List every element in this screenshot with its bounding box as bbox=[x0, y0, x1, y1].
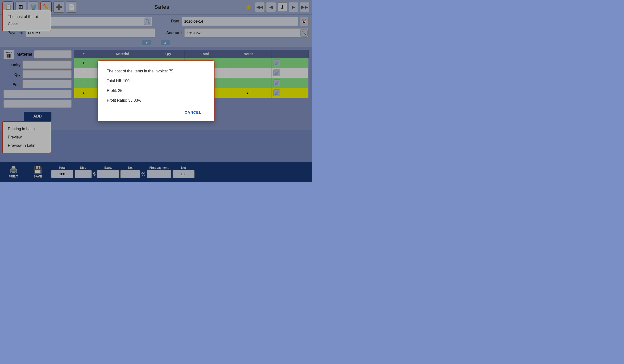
modal-cancel-button[interactable]: CANCEL bbox=[181, 108, 206, 116]
modal-line3: Profit: 25 bbox=[107, 88, 205, 94]
modal-actions: CANCEL bbox=[107, 108, 205, 116]
modal-line4: Profit Ratio: 33.33% bbox=[107, 98, 205, 103]
modal-line1: The cost of the items in the invoice: 75 bbox=[107, 68, 205, 74]
modal-line2: Total bill: 100 bbox=[107, 78, 205, 84]
modal-overlay[interactable]: The cost of the items in the invoice: 75… bbox=[0, 0, 312, 182]
modal-dialog: The cost of the items in the invoice: 75… bbox=[98, 60, 214, 122]
